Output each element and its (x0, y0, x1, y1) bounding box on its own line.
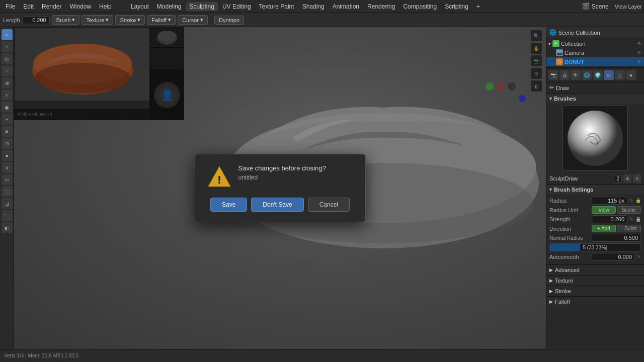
tool-elastic[interactable]: ⊕ (2, 77, 13, 88)
prop-icon-object[interactable]: ⊙ (604, 70, 614, 80)
tab-uv-editing[interactable]: UV Editing (219, 2, 255, 11)
tool-smooth[interactable]: ○ (2, 41, 13, 52)
tool-blob[interactable]: ● (2, 150, 13, 161)
modal-content: ! Save changes before closing? untitled (207, 164, 353, 189)
tab-sculpting[interactable]: Sculpting (186, 2, 218, 11)
donut-eye-icon[interactable]: 👁 (637, 59, 642, 65)
tab-texture-paint[interactable]: Texture Paint (256, 2, 298, 11)
prop-icon-scene[interactable]: 🌐 (582, 70, 592, 80)
radius-edit-icon[interactable]: ✎ (629, 198, 633, 203)
tool-crease[interactable]: ∨ (2, 162, 13, 173)
toolbar-texture-btn[interactable]: Texture ▾ (82, 15, 113, 25)
collection-eye-icon[interactable]: 👁 (637, 41, 642, 47)
menu-render[interactable]: Render (38, 2, 65, 11)
radius-value[interactable]: 115 px (592, 197, 627, 205)
tool-flatten[interactable]: ▭ (2, 174, 13, 185)
tool-thumb[interactable]: ◉ (2, 102, 13, 113)
tree-donut-label: DONUT (565, 59, 584, 65)
tool-multires[interactable]: ⋱ (2, 210, 13, 221)
prop-icon-world[interactable]: 🌍 (593, 70, 603, 80)
direction-btns: + Add - Subtr (592, 225, 641, 232)
brushes-panel-header[interactable]: ▾ Brushes (546, 94, 644, 104)
tab-shading[interactable]: Shading (299, 2, 328, 11)
direction-subtr-btn[interactable]: - Subtr (617, 225, 641, 232)
tab-animation[interactable]: Animation (329, 2, 363, 11)
prop-icon-view[interactable]: 👁 (571, 70, 581, 80)
tree-collection[interactable]: ▾ ⊞ Collection 👁 (546, 39, 644, 48)
strength-value[interactable]: 0.200 (592, 215, 627, 223)
viewport-area[interactable]: Middle Mouse ×3 👤 🔍 ✋ 📷 ⊞ ◐ (14, 27, 546, 349)
tool-draw[interactable]: ✏ (2, 29, 13, 40)
collection-tree: ▾ ⊞ Collection 👁 📷 Camera 👁 ⊙ DONUT 👁 (546, 38, 644, 67)
tab-modeling[interactable]: Modeling (153, 2, 185, 11)
save-button[interactable]: Save (210, 198, 247, 212)
radius-unit-scene-btn[interactable]: Scene (617, 206, 641, 214)
tool-clay-strips[interactable]: ≡ (2, 126, 13, 137)
radius-unit-view-btn[interactable]: View (592, 206, 616, 214)
falloff-header[interactable]: ▶ Falloff (546, 297, 644, 307)
toolbar-brush-btn[interactable]: Brush ▾ (52, 15, 80, 25)
menu-edit[interactable]: Edit (20, 2, 37, 11)
autosmooth-edit-icon[interactable]: ✎ (637, 254, 641, 259)
texture-section: ▶ Texture (546, 275, 644, 286)
modal-title: Save changes before closing? (238, 164, 326, 172)
tool-pinch[interactable]: ◎ (2, 53, 13, 64)
slider-row[interactable]: 5 (33.33%) (549, 243, 641, 251)
autosmooth-value[interactable]: 0.000 (592, 253, 635, 261)
toolbar-length-input[interactable] (22, 16, 50, 24)
brush-settings-content: Radius 115 px ✎ 🔒 Radius Unit View Scene… (546, 195, 644, 264)
menu-file[interactable]: File (2, 2, 19, 11)
tab-layout[interactable]: Layout (127, 2, 152, 11)
strength-edit-icon[interactable]: ✎ (629, 217, 633, 222)
prop-icon-material[interactable]: ● (626, 70, 636, 80)
tool-clay[interactable]: ▪ (2, 114, 13, 125)
tree-camera[interactable]: 📷 Camera 👁 (546, 48, 644, 57)
tree-donut[interactable]: ⊙ DONUT 👁 (546, 57, 644, 66)
sculpt-icon-btn1[interactable]: ⊕ (623, 174, 631, 183)
cancel-button[interactable]: Cancel (308, 198, 350, 212)
toolbar-cursor-btn[interactable]: Cursor ▾ (178, 15, 208, 25)
toolbar-stroke-btn[interactable]: Stroke ▾ (115, 15, 145, 25)
tree-collection-icon: ⊞ (552, 40, 559, 47)
save-dialog: ! Save changes before closing? untitled … (195, 154, 366, 222)
radius-lock-icon[interactable]: 🔒 (635, 198, 641, 203)
tool-grab[interactable]: ☞ (2, 65, 13, 76)
tool-fill[interactable]: ⬛ (2, 186, 13, 197)
scene-label: Scene (592, 3, 609, 10)
normal-radius-value[interactable]: 0.500 (592, 234, 641, 242)
advanced-label: Advanced (555, 267, 580, 273)
tab-add[interactable]: + (473, 2, 484, 11)
scene-collection-icon: 🌐 (549, 29, 556, 36)
autosmooth-row: Autosmooth 0.000 ✎ (549, 253, 641, 261)
toolbar-sep1 (211, 16, 211, 25)
toolbar-falloff-btn[interactable]: Falloff ▾ (147, 15, 176, 25)
toolbar-dyntopo-btn[interactable]: Dyntopo (214, 16, 244, 25)
advanced-header[interactable]: ▶ Advanced (546, 265, 644, 275)
prop-icon-render[interactable]: 📷 (548, 70, 558, 80)
prop-icon-output[interactable]: 🖨 (559, 70, 570, 80)
brush-settings-header[interactable]: ▾ Brush Settings (546, 185, 644, 195)
texture-header[interactable]: ▶ Texture (546, 276, 644, 286)
direction-add-btn[interactable]: + Add (592, 225, 616, 232)
dont-save-button[interactable]: Don't Save (251, 198, 303, 212)
sculpt-icon-btn2[interactable]: ✕ (633, 174, 641, 183)
stroke-header[interactable]: ▶ Stroke (546, 286, 644, 296)
tool-inflate[interactable]: ⊙ (2, 138, 13, 149)
sculpt-num: 2 (614, 175, 622, 183)
slider-track[interactable]: 5 (33.33%) (549, 243, 641, 251)
tab-scripting[interactable]: Scripting (441, 2, 472, 11)
tool-mask[interactable]: ◐ (2, 222, 13, 233)
properties-icons-row: 📷 🖨 👁 🌐 🌍 ⊙ △ ● (546, 67, 644, 82)
slider-text: 5 (33.33%) (550, 244, 640, 251)
menu-window[interactable]: Window (66, 2, 95, 11)
tab-compositing[interactable]: Compositing (399, 2, 440, 11)
tool-scrape[interactable]: ⊿ (2, 198, 13, 209)
tab-rendering[interactable]: Rendering (364, 2, 398, 11)
menu-help[interactable]: Help (96, 2, 115, 11)
camera-eye-icon[interactable]: 👁 (637, 50, 642, 56)
brush-preview-svg (565, 108, 625, 168)
prop-icon-mesh[interactable]: △ (615, 70, 625, 80)
strength-lock-icon[interactable]: 🔒 (635, 217, 641, 222)
tool-snake[interactable]: ≈ (2, 89, 13, 101)
brush-settings-chevron: ▾ (549, 187, 552, 192)
